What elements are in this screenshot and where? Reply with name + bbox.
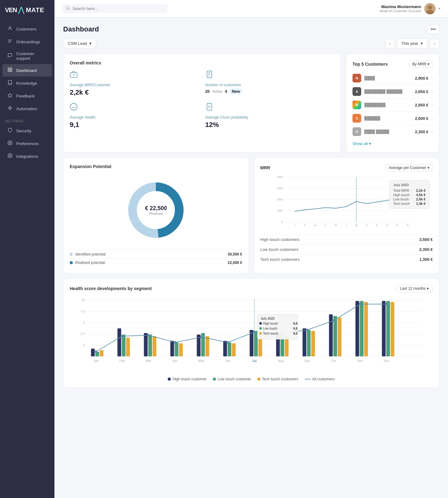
mrr-stat-row: Tech touch customers 1,300 € [260,254,433,264]
svg-rect-27 [207,103,212,110]
svg-point-109 [306,329,309,331]
health-icon [70,103,199,113]
avg-health-label: Average Health [70,115,199,120]
svg-rect-78 [206,336,209,356]
date-nav: ‹ This year ▾ › [385,39,439,48]
customers-icon [205,70,335,80]
sidebar-item-automation[interactable]: Automation [2,102,52,115]
sidebar-nav: Customers Onboardings Customer support D… [0,20,54,498]
customer-name: ████████ ██████ [364,89,412,94]
svg-marker-9 [8,106,12,110]
donut-value: € 22,500 [145,205,167,212]
realised-legend-item: Realised potential 22,500 € [70,258,242,267]
chevron-down-icon: ▾ [421,41,423,46]
svg-text:Jul: Jul [252,359,257,363]
mrr-select[interactable]: Average per Customer ▾ [385,164,433,171]
svg-text:Mar: Mar [146,359,152,363]
sidebar-item-onboardings[interactable]: Onboardings [2,35,52,48]
svg-text:Sep: Sep [305,359,310,363]
dashboard-middle-row: Expansion Potential € 22,500 Realised [63,157,439,273]
svg-point-11 [9,155,11,156]
tooltip-tech-label: Tech touch [393,202,410,205]
customers-list: N ████ 2,900 € › A ████████ ██████ 2,850… [352,72,433,138]
identified-value: 30,500 € [228,252,242,256]
sidebar-item-knowledge[interactable]: Knowledge [2,77,52,89]
avatar[interactable] [424,3,436,14]
automation-icon [7,106,13,112]
last12-select[interactable]: Last 12 months ▾ [396,285,433,292]
time-period-select[interactable]: This year ▾ [397,39,427,48]
svg-text:4000: 4000 [277,176,283,179]
svg-point-112 [385,303,388,305]
customer-avatar: S [352,114,361,123]
sidebar-item-integrations[interactable]: Integrations [2,150,52,162]
expansion-title: Expansion Potential [70,164,242,169]
chevron-right-icon: › [432,103,433,107]
sidebar-item-label: Security [16,129,31,133]
tech-touch-legend-label: Tech touch customers [262,377,298,381]
sidebar-item-feedback[interactable]: Feedback [2,90,52,102]
customer-row[interactable]: M ████████ 2,850 € › [352,98,433,112]
svg-point-102 [121,335,124,337]
low-touch-legend: Low touch customer [213,377,251,381]
customer-avatar: H [352,127,361,136]
svg-rect-5 [10,68,12,69]
svg-text:Jan: Jan [93,359,98,363]
sidebar-item-preferences[interactable]: Preferences [2,137,52,150]
tech-touch-dot [257,378,260,381]
customer-row[interactable]: H ████ █████ 2,300 € › [352,125,433,138]
svg-point-106 [227,341,229,344]
donut-label: Realised [145,212,167,215]
tech-touch-legend: Tech touch customers [257,377,298,381]
sidebar-item-security[interactable]: Security [2,125,52,137]
sidebar-item-label: Preferences [16,141,39,146]
active-label: Active [212,89,222,94]
chevron-down-icon[interactable]: ▾ [439,7,441,11]
tooltip-high-row: High touch 4,5k € [393,193,426,197]
user-role: Head of Customer Success [380,9,421,13]
content: Dashboard ••• CSM Lead ▾ ‹ This year ▾ ›… [54,17,448,498]
customer-row[interactable]: N ████ 2,900 € › [352,72,433,85]
svg-text:M: M [314,224,316,227]
svg-point-12 [66,7,69,9]
customer-avatar: M [352,101,361,109]
svg-text:May: May [198,359,204,363]
high-touch-legend: High touch customer [168,377,207,381]
prev-period-button[interactable]: ‹ [385,39,394,48]
show-all-button[interactable]: Show all ▾ [352,141,433,146]
svg-text:J: J [355,224,357,227]
next-period-button[interactable]: › [430,39,439,48]
svg-text:A: A [366,224,367,227]
dashboard-icon [7,67,13,73]
page-header: Dashboard ••• [63,25,439,34]
health-chart-wrapper: 10 7,5 5 2,5 0 [70,297,433,373]
sidebar-item-customers[interactable]: Customers [2,23,52,35]
customer-row[interactable]: A ████████ ██████ 2,850 € › [352,85,433,98]
search-box[interactable] [62,4,168,13]
svg-point-24 [70,103,77,110]
tooltip-tech-row: Tech touch 1,4k € [393,201,426,206]
svg-rect-96 [360,301,364,356]
sidebar-item-customer-support[interactable]: Customer support [2,48,52,64]
avg-mrr-label: Average MRR/Customer [70,83,199,87]
csm-lead-filter[interactable]: CSM Lead ▾ [63,39,96,48]
tooltip-month: July 2023 [393,183,426,187]
customer-mrr: 2,850 € [415,89,428,94]
more-options-button[interactable]: ••• [427,25,439,34]
identified-legend-left: Identified potential [70,252,105,256]
realised-legend-left: Realised potential [70,261,105,265]
tooltip-low-value: 2,0k € [416,197,426,201]
high-touch-legend-label: High touch customer [172,377,207,381]
sidebar-item-label: Integrations [16,154,38,159]
integrations-icon [7,153,13,159]
search-input[interactable] [72,6,164,11]
by-mrr-select[interactable]: By MRR ▾ [409,60,433,68]
main-area: Maxima Mustermann Head of Customer Succe… [54,0,448,498]
customers-icon [7,26,13,32]
svg-text:N: N [396,224,399,227]
svg-rect-95 [356,301,359,356]
svg-rect-69 [126,338,130,356]
customer-row[interactable]: S ██████ 2,600 € › [352,112,433,125]
svg-point-0 [9,27,11,28]
sidebar-item-dashboard[interactable]: Dashboard [2,64,52,77]
